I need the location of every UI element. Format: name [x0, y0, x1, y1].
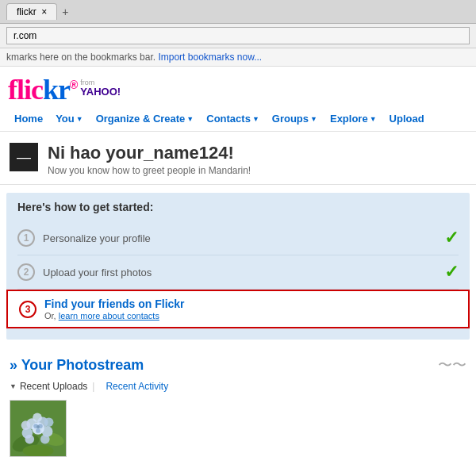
nav-explore[interactable]: Explore ▼	[324, 109, 383, 128]
step-1: 1 Personalize your profile ✓	[17, 221, 459, 255]
step-1-number: 1	[17, 229, 35, 247]
photo-thumbnail[interactable]	[10, 400, 67, 457]
greeting-avatar: —	[10, 143, 38, 171]
new-tab-button[interactable]: +	[62, 6, 68, 18]
nav-home[interactable]: Home	[8, 109, 49, 128]
recent-activity-link[interactable]: Recent Activity	[106, 381, 168, 392]
step-2-text: Upload your first photos	[43, 267, 438, 278]
yahoo-logo: YAHOO!	[80, 86, 121, 97]
nav-contacts[interactable]: Contacts ▼	[200, 109, 266, 128]
logo-registered: ®	[70, 79, 77, 91]
step-3-link[interactable]: Find your friends on Flickr	[44, 298, 185, 310]
step-1-checkmark: ✓	[444, 228, 459, 248]
photostream-header: Your Photostream 〜〜	[10, 355, 466, 374]
explore-chevron: ▼	[370, 115, 377, 123]
recent-uploads-label: Recent Uploads	[20, 381, 87, 392]
svg-point-11	[40, 435, 50, 444]
you-chevron: ▼	[76, 115, 83, 123]
greeting-section: — Ni hao your_name124! Now you know how …	[0, 132, 476, 185]
browser-chrome: flickr × +	[0, 0, 476, 24]
step-3-content: Find your friends on Flickr Or, learn mo…	[44, 298, 185, 321]
step-1-text: Personalize your profile	[43, 232, 438, 244]
greeting-title: Ni hao your_name124!	[48, 143, 251, 163]
step-2-number: 2	[17, 263, 35, 281]
nav-upload[interactable]: Upload	[383, 109, 431, 128]
url-input[interactable]	[6, 27, 470, 44]
chevron-down-icon: ▼	[10, 382, 17, 390]
squiggle-icon: 〜〜	[438, 355, 466, 374]
contacts-chevron: ▼	[252, 115, 259, 123]
learn-more-contacts-link[interactable]: learn more about contacts	[59, 311, 159, 321]
avatar-icon: —	[17, 149, 31, 166]
photostream-section: Your Photostream 〜〜 ▼ Recent Uploads | R…	[0, 347, 476, 465]
nav-groups[interactable]: Groups ▼	[266, 109, 324, 128]
pipe-divider: |	[92, 381, 94, 392]
getting-started-section: Here's how to get started: 1 Personalize…	[6, 193, 470, 340]
svg-point-17	[36, 425, 40, 428]
flickr-header: flickr® from YAHOO!	[0, 67, 476, 106]
svg-point-12	[25, 435, 34, 444]
main-nav: Home You ▼ Organize & Create ▼ Contacts …	[0, 106, 476, 132]
svg-point-10	[21, 420, 31, 430]
bookmarks-bar: kmarks here on the bookmarks bar. Import…	[0, 48, 476, 67]
tab-label: flickr	[17, 6, 36, 17]
flickr-logo: flickr®	[8, 73, 77, 106]
step-3-subtext: Or, learn more about contacts	[44, 311, 185, 321]
yahoo-text: YAHOO!	[80, 86, 121, 98]
flower-svg	[10, 401, 66, 456]
bookmarks-text: kmarks here on the bookmarks bar.	[6, 52, 155, 63]
browser-tab[interactable]: flickr ×	[6, 3, 57, 20]
groups-chevron: ▼	[310, 115, 317, 123]
nav-you[interactable]: You ▼	[49, 109, 90, 128]
photostream-title: Your Photostream	[10, 357, 144, 374]
greeting-subtitle: Now you know how to greet people in Mand…	[48, 165, 251, 176]
import-bookmarks-link[interactable]: Import bookmarks now...	[158, 52, 262, 63]
url-bar-row	[0, 24, 476, 48]
logo-pink: flic	[8, 74, 43, 106]
nav-organize-create[interactable]: Organize & Create ▼	[90, 109, 201, 128]
photo-tabs: ▼ Recent Uploads | Recent Activity	[10, 381, 466, 392]
organize-chevron: ▼	[186, 115, 194, 123]
svg-point-8	[33, 413, 42, 423]
getting-started-heading: Here's how to get started:	[17, 201, 459, 213]
step-2-checkmark: ✓	[444, 262, 459, 282]
greeting-text: Ni hao your_name124! Now you know how to…	[48, 143, 251, 176]
step-3-number: 3	[19, 301, 36, 318]
flickr-from-yahoo: from YAHOO!	[80, 79, 121, 97]
step-2: 2 Upload your first photos ✓	[17, 255, 459, 290]
svg-point-16	[36, 428, 40, 433]
step-3-active: 3 Find your friends on Flickr Or, learn …	[6, 290, 470, 328]
logo-blue: kr	[43, 74, 70, 106]
svg-point-9	[44, 417, 54, 427]
recent-uploads-tab[interactable]: ▼ Recent Uploads	[10, 381, 87, 392]
